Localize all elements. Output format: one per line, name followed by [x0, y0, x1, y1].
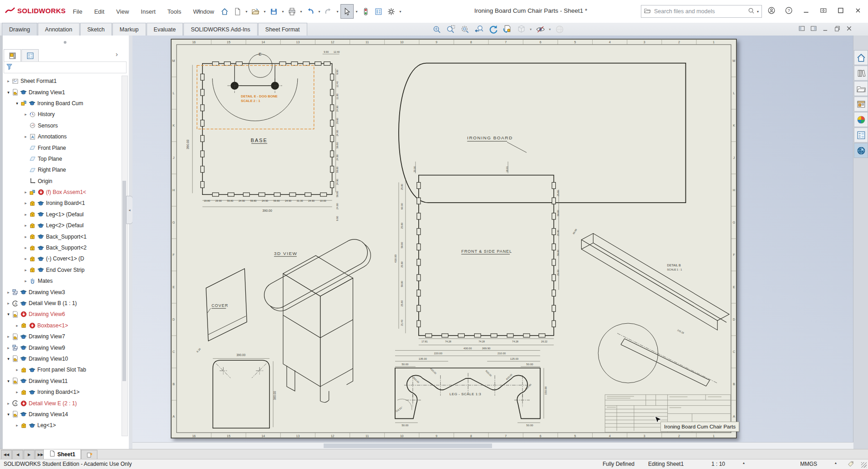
- sheet-nav-previous-button[interactable]: ◀: [12, 450, 23, 459]
- menu-edit[interactable]: Edit: [90, 5, 109, 18]
- tree-item-cover-1-d[interactable]: ▸(-) Cover<1> (D: [3, 253, 119, 264]
- sheet-tab-sheet1[interactable]: Sheet1: [43, 449, 81, 459]
- tree-item-drawing-view10[interactable]: ▾Drawing View10: [3, 353, 119, 364]
- redo-caret-icon[interactable]: ▾: [335, 5, 340, 18]
- help-icon[interactable]: ?: [782, 4, 796, 17]
- chevron-collapsed-icon[interactable]: ▸: [23, 190, 29, 194]
- chevron-expanded-icon[interactable]: ▾: [5, 357, 11, 361]
- menu-insert[interactable]: Insert: [136, 5, 160, 18]
- tree-item-history[interactable]: ▸History: [3, 109, 119, 120]
- status-units[interactable]: MMGS: [800, 461, 817, 467]
- tree-item-back-support-2[interactable]: ▸Back_Support<2: [3, 242, 119, 253]
- chevron-collapsed-icon[interactable]: ▸: [23, 112, 29, 117]
- tree-item-drawing-view1[interactable]: ▾Drawing View1: [3, 87, 119, 97]
- tree-item-drawing-view9[interactable]: ▸Drawing View9: [3, 342, 119, 353]
- undo-button[interactable]: [304, 5, 316, 18]
- sheet-nav-next-button[interactable]: ▶: [24, 450, 35, 459]
- chevron-collapsed-icon[interactable]: ▸: [5, 334, 11, 339]
- minimize-doc-button[interactable]: [822, 25, 829, 34]
- chevron-collapsed-icon[interactable]: ▸: [14, 323, 20, 328]
- tree-item-drawing-view14[interactable]: ▾Drawing View14: [3, 409, 119, 420]
- chevron-expanded-icon[interactable]: ▾: [14, 101, 20, 106]
- restore-doc-button[interactable]: [834, 25, 841, 34]
- chevron-collapsed-icon[interactable]: ▸: [23, 212, 29, 217]
- tree-item-ironing-board-1[interactable]: ▸Ironing Board<1: [3, 198, 119, 209]
- tree-item-detail-view-b-1-1[interactable]: ▸ADetail View B (1 : 1): [3, 298, 119, 309]
- tree-item-front-panel-slot-tab[interactable]: ▸Front panel Slot Tab: [3, 364, 119, 375]
- tree-item-leg-2-defaul[interactable]: ▸Leg<2> (Defaul: [3, 220, 119, 231]
- zoom-to-area-button[interactable]: [445, 24, 456, 35]
- tree-item-sensors[interactable]: Sensors: [3, 120, 119, 131]
- chevron-collapsed-icon[interactable]: ▸: [23, 268, 29, 272]
- sheet-nav-first-button[interactable]: ◀◀: [1, 450, 12, 459]
- chevron-collapsed-icon[interactable]: ▸: [5, 301, 11, 306]
- tab-annotation[interactable]: Annotation: [38, 23, 80, 36]
- close-doc-button[interactable]: [846, 25, 853, 34]
- panel-flyout-chevron-icon[interactable]: ›: [116, 50, 118, 58]
- tree-item-mates[interactable]: ▸Mates: [3, 275, 119, 286]
- tab-sketch[interactable]: Sketch: [80, 23, 112, 36]
- drawing-sheet[interactable]: 1616151514141313121211111010998877665544…: [171, 39, 737, 438]
- tree-filter[interactable]: [4, 61, 127, 73]
- previous-view-button[interactable]: [473, 24, 484, 35]
- chevron-collapsed-icon[interactable]: ▸: [14, 423, 20, 428]
- menu-window[interactable]: Window: [188, 5, 218, 18]
- chevron-collapsed-icon[interactable]: ▸: [14, 390, 20, 394]
- menu-view[interactable]: View: [112, 5, 133, 18]
- tab-solidworks-add-ins[interactable]: SOLIDWORKS Add-Ins: [183, 23, 258, 36]
- search-box[interactable]: ▾: [641, 5, 762, 18]
- rotate-view-button[interactable]: [487, 24, 498, 35]
- horizontal-scrollbar[interactable]: [132, 442, 853, 449]
- tree-item-ironing-board-cum[interactable]: ▾Ironing Board Cum: [3, 98, 119, 109]
- scale-caret-icon[interactable]: ▴: [743, 461, 745, 465]
- chevron-collapsed-icon[interactable]: ▸: [23, 256, 29, 261]
- tree-scrollbar[interactable]: [122, 76, 128, 436]
- panel-splitter[interactable]: [129, 36, 132, 449]
- chevron-collapsed-icon[interactable]: ▸: [23, 234, 29, 239]
- taskpane-appearances-button[interactable]: [854, 112, 868, 127]
- chevron-collapsed-icon[interactable]: ▸: [23, 279, 29, 283]
- undo-caret-icon[interactable]: ▾: [317, 5, 322, 18]
- save-caret-icon[interactable]: ▾: [280, 5, 285, 18]
- tree-item-drawing-view11[interactable]: ▾Drawing View11: [3, 376, 119, 387]
- menu-tools[interactable]: Tools: [163, 5, 186, 18]
- tree-item-drawing-view6[interactable]: ▾Drawing View6: [3, 309, 119, 320]
- tree-item-sheet-format1[interactable]: ▸Sheet Format1: [3, 76, 119, 87]
- tree-item-f-box-assem1[interactable]: ▸(f) Box Assem1<: [3, 187, 119, 198]
- minimize-button[interactable]: [799, 4, 813, 17]
- tree-item-annotations[interactable]: ▸AAnnotations: [3, 131, 119, 142]
- options-gear-button[interactable]: [385, 5, 397, 18]
- tree-item-top-plane[interactable]: Top Plane: [3, 153, 119, 164]
- tree-item-drawing-view7[interactable]: ▸Drawing View7: [3, 331, 119, 342]
- close-button[interactable]: [851, 4, 865, 17]
- dock-left-button[interactable]: [798, 25, 805, 34]
- options-gear-caret-icon[interactable]: ▾: [398, 5, 403, 18]
- tree-item-detail-view-e-2-1[interactable]: ▸ADetail View E (2 : 1): [3, 398, 119, 408]
- tab-sheet-format[interactable]: Sheet Format: [258, 23, 307, 36]
- open-button[interactable]: [249, 5, 262, 18]
- tab-markup[interactable]: Markup: [112, 23, 146, 36]
- hide-show-items-button[interactable]: [535, 24, 546, 35]
- chevron-collapsed-icon[interactable]: ▸: [5, 346, 11, 350]
- horizontal-scrollbar-thumb[interactable]: [324, 444, 492, 448]
- tree-item-end-cover-strip[interactable]: ▸End Cover Strip: [3, 265, 119, 275]
- open-caret-icon[interactable]: ▾: [262, 5, 267, 18]
- resize-grip[interactable]: [861, 462, 867, 468]
- tree-scrollbar-thumb[interactable]: [122, 181, 126, 381]
- tag-icon[interactable]: [848, 461, 854, 469]
- tree-item-leg-1-defaul[interactable]: ▸Leg<1> (Defaul: [3, 209, 119, 220]
- select-cursor-caret-icon[interactable]: ▾: [354, 5, 359, 18]
- maximize-button[interactable]: [833, 4, 848, 17]
- zoom-in-out-button[interactable]: [459, 24, 470, 35]
- chevron-collapsed-icon[interactable]: ▸: [5, 79, 11, 83]
- taskpane-file-explorer-button[interactable]: [854, 81, 868, 96]
- taskpane-custom-properties-button[interactable]: [854, 127, 868, 143]
- rebuild-traffic-light-button[interactable]: [360, 5, 372, 18]
- hide-show-items-caret-icon[interactable]: ▾: [549, 27, 551, 31]
- chevron-expanded-icon[interactable]: ▾: [5, 412, 11, 417]
- select-cursor-button[interactable]: [340, 4, 354, 19]
- chevron-expanded-icon[interactable]: ▾: [5, 379, 11, 383]
- zoom-to-fit-button[interactable]: [431, 24, 442, 35]
- dock-right-button[interactable]: [810, 25, 817, 34]
- search-icon[interactable]: [748, 7, 755, 16]
